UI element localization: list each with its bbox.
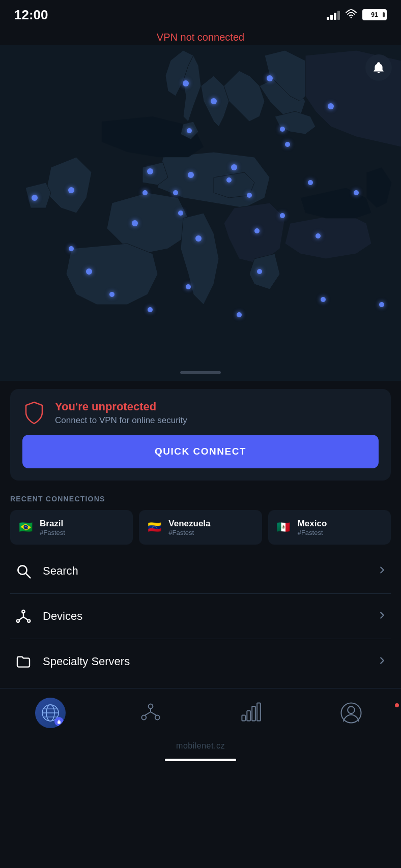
devices-icon-wrap	[13, 606, 34, 626]
svg-point-16	[280, 127, 285, 132]
mexico-flag: 🇲🇽	[274, 518, 293, 536]
search-label: Search	[43, 564, 377, 578]
search-icon	[15, 563, 32, 579]
svg-point-30	[186, 284, 191, 289]
svg-point-15	[231, 164, 237, 170]
profile-notification-dot	[394, 702, 400, 708]
svg-point-33	[321, 297, 326, 302]
svg-rect-56	[247, 711, 250, 721]
svg-point-18	[187, 128, 192, 133]
svg-rect-55	[242, 715, 245, 721]
brazil-name: Brazil	[40, 519, 65, 529]
svg-line-36	[26, 574, 31, 578]
quick-connect-button[interactable]: QUICK CONNECT	[22, 435, 379, 468]
signal-icon	[327, 10, 340, 20]
nav-home[interactable]	[0, 698, 100, 728]
vpn-status-text: VPN not connected	[157, 32, 244, 43]
svg-point-21	[280, 213, 285, 218]
svg-point-10	[178, 211, 183, 216]
svg-point-60	[348, 706, 355, 713]
svg-line-41	[19, 617, 23, 619]
brazil-flag: 🇧🇷	[16, 518, 35, 536]
venezuela-info: Venezuela #Fastest	[168, 519, 210, 536]
specialty-servers-icon	[15, 653, 32, 670]
svg-rect-57	[252, 706, 255, 721]
svg-line-54	[151, 712, 156, 715]
svg-point-8	[188, 172, 194, 178]
svg-point-28	[285, 142, 290, 147]
svg-point-6	[147, 168, 153, 174]
mexico-name: Mexico	[298, 519, 327, 529]
svg-point-19	[226, 177, 232, 183]
bell-icon	[372, 61, 385, 74]
nav-stats-icon	[240, 701, 262, 725]
svg-point-34	[379, 302, 384, 307]
shield-icon-wrap	[22, 401, 46, 425]
svg-point-29	[354, 190, 359, 195]
nav-nodes[interactable]	[100, 701, 200, 725]
svg-point-22	[254, 228, 260, 233]
shield-icon	[22, 401, 46, 425]
svg-point-26	[109, 292, 114, 297]
search-icon-wrap	[13, 561, 34, 581]
svg-point-31	[148, 307, 153, 312]
status-time: 12:00	[14, 7, 48, 23]
drag-handle	[180, 371, 221, 374]
svg-point-0	[351, 17, 352, 18]
status-bar: 12:00 91	[0, 0, 401, 27]
specialty-servers-icon-wrap	[13, 651, 34, 672]
svg-point-20	[247, 193, 252, 198]
nav-nodes-icon	[139, 701, 162, 725]
svg-point-7	[142, 190, 148, 195]
battery-icon: 91	[362, 9, 387, 20]
protection-subtitle: Connect to VPN for online security	[55, 415, 187, 426]
svg-point-17	[328, 103, 334, 109]
nav-profile[interactable]	[301, 701, 401, 725]
vpn-status-bar: VPN not connected	[0, 27, 401, 45]
menu-items: Search Devices	[10, 549, 391, 684]
specialty-servers-menu-item[interactable]: Specialty Servers	[10, 639, 391, 684]
svg-line-53	[145, 712, 151, 715]
svg-point-2	[68, 187, 74, 193]
recent-connections-label: RECENT CONNECTIONS	[10, 495, 391, 503]
notification-bell-button[interactable]	[365, 54, 392, 81]
devices-chevron	[377, 610, 388, 623]
svg-point-49	[148, 704, 153, 709]
devices-menu-item[interactable]: Devices	[10, 594, 391, 639]
devices-icon	[15, 608, 32, 624]
svg-rect-58	[257, 703, 261, 721]
main-content: You're unprotected Connect to VPN for on…	[0, 389, 401, 684]
recent-connection-mexico[interactable]: 🇲🇽 Mexico #Fastest	[268, 510, 391, 545]
svg-point-12	[211, 98, 217, 104]
battery-level: 91	[371, 11, 378, 18]
svg-point-5	[86, 268, 92, 275]
svg-line-42	[23, 617, 27, 619]
mexico-tag: #Fastest	[298, 529, 327, 536]
venezuela-tag: #Fastest	[168, 529, 210, 536]
search-menu-item[interactable]: Search	[10, 549, 391, 594]
mexico-info: Mexico #Fastest	[298, 519, 327, 536]
svg-point-9	[173, 190, 178, 195]
recent-connection-venezuela[interactable]: 🇻🇪 Venezuela #Fastest	[139, 510, 262, 545]
unprotected-title: You're unprotected	[55, 400, 187, 413]
nav-globe-icon	[35, 698, 66, 728]
recent-connection-brazil[interactable]: 🇧🇷 Brazil #Fastest	[10, 510, 133, 545]
svg-point-4	[132, 220, 138, 226]
venezuela-flag: 🇻🇪	[145, 518, 163, 536]
svg-point-51	[155, 715, 159, 720]
nav-profile-icon	[339, 701, 363, 725]
specialty-servers-label: Specialty Servers	[43, 655, 377, 668]
svg-point-14	[267, 75, 273, 81]
watermark-text: mobilenet.cz	[176, 741, 225, 750]
status-icons: 91	[327, 9, 387, 20]
svg-point-13	[183, 80, 189, 86]
svg-point-23	[257, 269, 262, 274]
protection-card: You're unprotected Connect to VPN for on…	[10, 389, 391, 481]
brazil-tag: #Fastest	[40, 529, 65, 536]
svg-point-50	[141, 715, 146, 720]
specialty-servers-chevron	[377, 655, 388, 668]
svg-point-32	[237, 312, 242, 317]
svg-rect-48	[58, 721, 61, 724]
protection-status: You're unprotected Connect to VPN for on…	[22, 400, 379, 426]
nav-stats[interactable]	[200, 701, 301, 725]
